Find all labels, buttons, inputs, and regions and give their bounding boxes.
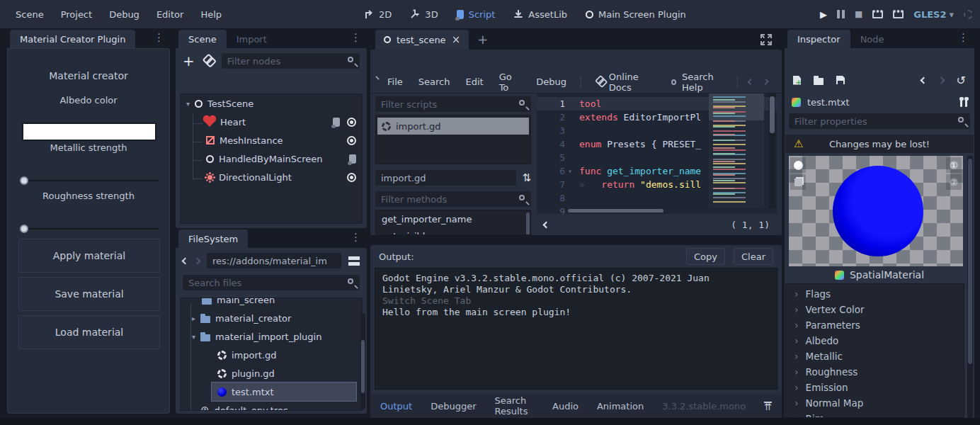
method-item[interactable]: get_visible_name bbox=[376, 227, 530, 235]
menu-debug[interactable]: Debug bbox=[101, 9, 148, 20]
dock-menu-icon[interactable]: ⋮ bbox=[351, 31, 361, 44]
preview-cube-toggle[interactable] bbox=[790, 174, 806, 190]
prop-albedo[interactable]: ›Albedo bbox=[786, 333, 964, 348]
prop-parameters[interactable]: ›Parameters bbox=[786, 317, 964, 333]
collapsed-icon[interactable]: ▸ bbox=[192, 314, 195, 322]
online-docs-button[interactable]: Online Docs bbox=[588, 72, 663, 93]
bottom-tab-audio[interactable]: Audio bbox=[552, 401, 579, 412]
h-scrollbar[interactable] bbox=[568, 209, 706, 214]
prop-emission[interactable]: ›Emission bbox=[786, 380, 964, 395]
menu-edit[interactable]: Edit bbox=[458, 76, 490, 87]
menu-debug[interactable]: Debug bbox=[529, 76, 574, 87]
menu-scene[interactable]: Scene bbox=[7, 9, 52, 20]
new-tab-button[interactable]: + bbox=[477, 32, 488, 47]
nav-back-icon[interactable] bbox=[182, 257, 189, 264]
tree-row-directionallight[interactable]: DirectionalLight bbox=[181, 168, 362, 186]
copy-button[interactable]: Copy bbox=[686, 248, 725, 265]
albedo-color-picker[interactable] bbox=[22, 123, 156, 141]
menu-file[interactable]: File bbox=[380, 76, 410, 87]
scene-tab-test-scene[interactable]: test_scene × bbox=[375, 30, 469, 50]
workspace-script[interactable]: Script bbox=[448, 9, 505, 20]
load-resource-icon[interactable] bbox=[814, 78, 824, 85]
tab-material-creator-plugin[interactable]: Material Creator Plugin bbox=[10, 30, 135, 48]
add-node-button[interactable]: + bbox=[183, 52, 195, 69]
sort-methods-icon[interactable]: ⇅ bbox=[522, 171, 531, 184]
fs-row-import-gd[interactable]: import.gd bbox=[181, 346, 362, 364]
prop-vertex-color[interactable]: ›Vertex Color bbox=[786, 302, 964, 317]
slider-grabber[interactable] bbox=[20, 225, 28, 233]
history-back-icon[interactable] bbox=[748, 79, 754, 85]
clear-button[interactable]: Clear bbox=[734, 248, 773, 265]
stop-button[interactable]: ■ bbox=[855, 9, 862, 19]
bottom-tab-debugger[interactable]: Debugger bbox=[431, 401, 476, 412]
load-material-button[interactable]: Load material bbox=[18, 315, 160, 349]
roughness-strength-slider[interactable] bbox=[20, 225, 159, 233]
prop-flags[interactable]: ›Flags bbox=[786, 286, 964, 302]
play-custom-scene-button[interactable] bbox=[893, 10, 904, 18]
tab-inspector[interactable]: Inspector bbox=[787, 30, 850, 48]
search-help-button[interactable]: Search Help bbox=[664, 72, 736, 93]
bottom-tab-animation[interactable]: Animation bbox=[597, 401, 644, 412]
tree-row-meshinstance[interactable]: MeshInstance bbox=[181, 131, 362, 149]
fs-row-test-mtxt[interactable]: test.mtxt bbox=[212, 382, 356, 401]
minimap-viewport[interactable] bbox=[709, 94, 764, 120]
scrollbar-thumb[interactable] bbox=[770, 96, 775, 133]
collapse-panel-icon[interactable] bbox=[543, 221, 550, 228]
history-forward-icon[interactable] bbox=[938, 76, 945, 84]
play-button[interactable]: ▶ bbox=[820, 9, 827, 20]
distraction-free-icon[interactable] bbox=[760, 34, 772, 45]
fs-row-material-import-plugin[interactable]: ▾ material_import_plugin bbox=[181, 327, 362, 346]
dock-menu-icon[interactable]: ⋮ bbox=[958, 31, 969, 44]
menu-search[interactable]: Search bbox=[411, 76, 457, 87]
history-back-icon[interactable] bbox=[920, 76, 927, 84]
tab-filesystem[interactable]: FileSystem bbox=[178, 230, 248, 248]
resource-name[interactable]: test.mtxt bbox=[807, 97, 850, 108]
scrollbar[interactable] bbox=[360, 313, 365, 409]
scrollbar-thumb[interactable] bbox=[968, 159, 972, 364]
tab-import[interactable]: Import bbox=[227, 30, 277, 48]
slider-grabber[interactable] bbox=[20, 176, 28, 185]
preview-sphere-toggle[interactable] bbox=[790, 157, 806, 173]
preview-light2-toggle[interactable]: ② bbox=[946, 174, 962, 190]
save-resource-icon[interactable] bbox=[836, 76, 845, 84]
fold-icon[interactable]: ▾ bbox=[568, 167, 579, 175]
object-tools-icon[interactable] bbox=[960, 98, 967, 107]
expand-bottom-panel-icon[interactable]: ⇈ bbox=[764, 402, 772, 411]
scrollbar-thumb[interactable] bbox=[568, 209, 663, 212]
nav-forward-icon[interactable] bbox=[194, 257, 201, 264]
workspace-main-screen-plugin[interactable]: Main Screen Plugin bbox=[576, 9, 695, 20]
tree-row-heart[interactable]: Heart bbox=[181, 113, 362, 131]
tree-row-testscene[interactable]: ▾ TestScene bbox=[181, 94, 362, 113]
scrollbar[interactable] bbox=[967, 156, 973, 418]
instance-scene-icon[interactable] bbox=[201, 54, 215, 68]
script-list-item-import-gd[interactable]: import.gd bbox=[377, 118, 529, 135]
renderer-dropdown[interactable]: GLES2 ▾ bbox=[913, 9, 954, 20]
pause-button[interactable] bbox=[837, 10, 845, 18]
menu-editor[interactable]: Editor bbox=[148, 9, 192, 20]
method-item[interactable]: get_importer_name bbox=[376, 210, 530, 227]
code-minimap[interactable] bbox=[709, 94, 764, 208]
new-resource-icon[interactable] bbox=[793, 76, 801, 85]
dock-menu-icon[interactable]: ⋮ bbox=[154, 31, 164, 44]
prop-normal-map[interactable]: ›Normal Map bbox=[786, 395, 964, 411]
fs-row-plugin-gd[interactable]: plugin.gd bbox=[181, 364, 362, 382]
workspace-assetlib[interactable]: AssetLib bbox=[504, 9, 576, 20]
dock-menu-icon[interactable]: ⋮ bbox=[351, 231, 361, 244]
script-attached-icon[interactable] bbox=[349, 154, 356, 164]
filter-properties-input[interactable] bbox=[789, 113, 970, 129]
preview-light1-toggle[interactable]: ① bbox=[946, 157, 962, 173]
bottom-tab-search-results[interactable]: Search Results bbox=[495, 395, 534, 416]
output-log[interactable]: Godot Engine v3.3.2.stable.mono.official… bbox=[375, 268, 777, 390]
material-type-row[interactable]: SpatialMaterial bbox=[785, 266, 974, 283]
menu-help[interactable]: Help bbox=[192, 9, 230, 20]
menu-goto[interactable]: Go To bbox=[492, 72, 528, 93]
expanded-icon[interactable]: ▾ bbox=[192, 333, 195, 341]
history-forward-icon[interactable] bbox=[762, 79, 768, 85]
history-icon[interactable]: ↺ bbox=[957, 74, 966, 87]
close-tab-icon[interactable]: × bbox=[452, 33, 461, 46]
filter-scripts-input[interactable] bbox=[375, 96, 531, 112]
prop-metallic[interactable]: ›Metallic bbox=[786, 348, 964, 364]
metallic-strength-slider[interactable] bbox=[20, 176, 159, 185]
menu-project[interactable]: Project bbox=[52, 9, 101, 20]
visibility-icon[interactable] bbox=[347, 118, 356, 127]
